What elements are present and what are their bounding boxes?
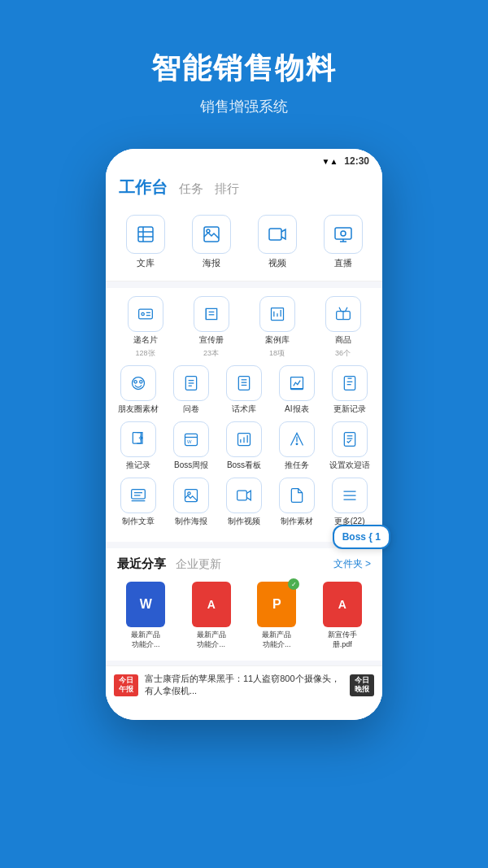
make-material-icon xyxy=(279,478,315,513)
quick-icons-row: 文库 海报 xyxy=(106,207,382,281)
file-card-3[interactable]: P ✓ 最新产品功能介... xyxy=(248,582,306,649)
video-label: 视频 xyxy=(268,257,286,269)
file-name-2: 最新产品功能介... xyxy=(197,630,226,649)
pushlog-label: 推记录 xyxy=(126,460,150,471)
file-icon-pdf2: A xyxy=(323,582,362,627)
svg-rect-11 xyxy=(138,309,152,319)
svg-rect-31 xyxy=(238,377,249,390)
make-article-icon xyxy=(120,478,156,513)
svg-rect-60 xyxy=(237,491,247,500)
grid-item-moments[interactable]: 朋友圈素材 xyxy=(112,365,165,415)
file-card-4[interactable]: A 新宣传手册.pdf xyxy=(314,582,372,649)
grid-item-make-article[interactable]: 制作文章 xyxy=(112,478,165,527)
make-material-label: 制作素材 xyxy=(281,516,313,527)
file-icon-pdf1: A xyxy=(192,582,231,627)
live-label: 直播 xyxy=(334,257,352,269)
file-check-icon: ✓ xyxy=(288,578,299,590)
boss-badge[interactable]: Boss { 1 xyxy=(333,525,390,549)
make-article-label: 制作文章 xyxy=(122,516,155,527)
grid-item-make-poster[interactable]: 制作海报 xyxy=(165,478,218,527)
make-video-label: 制作视频 xyxy=(228,516,260,527)
grid-item-aireport[interactable]: AI报表 xyxy=(270,365,323,415)
grid-item-bossboard[interactable]: Boss看板 xyxy=(218,421,271,471)
grid-item-product[interactable]: 商品 36个 xyxy=(310,296,376,359)
section-tab-enterprise[interactable]: 企业更新 xyxy=(176,557,221,572)
poster-label: 海报 xyxy=(203,257,220,269)
bossweek-label: Boss周报 xyxy=(174,460,208,471)
nav-item-ranking[interactable]: 排行 xyxy=(215,181,239,197)
updatelog-icon xyxy=(332,365,368,401)
quick-icon-video[interactable]: 视频 xyxy=(244,215,310,269)
svg-point-10 xyxy=(341,231,346,236)
status-icons: ▼▲ xyxy=(322,157,338,166)
product-label: 商品 xyxy=(335,334,351,346)
caselib-icon xyxy=(259,296,295,332)
quick-icon-library[interactable]: 文库 xyxy=(112,215,178,269)
file-card-2[interactable]: A 最新产品功能介... xyxy=(183,582,241,649)
grid-item-updatelog[interactable]: 更新记录 xyxy=(323,365,376,415)
aireport-icon xyxy=(279,365,315,401)
grid-item-make-material[interactable]: 制作素材 xyxy=(270,478,323,527)
grid-item-more[interactable]: 更多(22) xyxy=(323,478,376,527)
nav-title[interactable]: 工作台 xyxy=(119,177,168,198)
grid-item-brochure[interactable]: 宣传册 23本 xyxy=(178,296,244,359)
grid-item-welcome[interactable]: 设置欢迎语 xyxy=(323,421,376,471)
grid-item-pushlog[interactable]: 推记录 xyxy=(112,421,165,471)
brochure-icon xyxy=(194,296,229,332)
section-folder-link[interactable]: 文件夹 > xyxy=(333,557,371,571)
section-tab-recent[interactable]: 最近分享 xyxy=(117,556,166,572)
svg-rect-7 xyxy=(335,228,351,239)
news-text: 富士康背后的苹果黑手：11人盗窃800个摄像头，有人拿假机... xyxy=(145,673,343,697)
moments-label: 朋友圈素材 xyxy=(118,403,159,415)
namecard-sub: 128张 xyxy=(135,348,155,359)
quick-icon-poster[interactable]: 海报 xyxy=(178,215,244,269)
file-name-3: 最新产品功能介... xyxy=(262,630,291,649)
grid-item-survey[interactable]: 问卷 xyxy=(165,365,218,415)
caselib-sub: 18项 xyxy=(269,348,285,359)
library-label: 文库 xyxy=(137,257,155,269)
svg-point-50 xyxy=(296,443,298,445)
scripts-label: 话术库 xyxy=(232,403,256,415)
pushtask-icon xyxy=(279,421,315,457)
welcome-label: 设置欢迎语 xyxy=(329,460,370,471)
news-bar[interactable]: 今日午报 富士康背后的苹果黑手：11人盗窃800个摄像头，有人拿假机... 今日… xyxy=(106,665,382,704)
library-icon xyxy=(126,215,165,254)
bossweek-icon: W xyxy=(173,421,209,457)
more-icon xyxy=(332,478,368,513)
live-icon xyxy=(324,215,363,254)
svg-text:W: W xyxy=(187,439,192,444)
phone-mockup: ▼▲ 12:30 工作台 任务 排行 xyxy=(106,149,382,720)
pushtask-label: 推任务 xyxy=(285,460,309,471)
brochure-sub: 23本 xyxy=(203,348,219,359)
moments-icon xyxy=(120,365,156,401)
product-sub: 36个 xyxy=(335,348,351,359)
svg-point-59 xyxy=(188,492,190,495)
nav-item-tasks[interactable]: 任务 xyxy=(179,181,203,197)
bossboard-label: Boss看板 xyxy=(227,460,261,471)
grid-row-2: 朋友圈素材 问卷 xyxy=(112,365,376,415)
wifi-icon: ▼▲ xyxy=(322,157,338,166)
file-name-4: 新宣传手册.pdf xyxy=(328,630,357,649)
scripts-icon xyxy=(226,365,262,401)
grid-item-pushtask[interactable]: 推任务 xyxy=(270,421,323,471)
make-video-icon xyxy=(226,478,262,513)
poster-icon xyxy=(192,215,231,254)
grid-row-3: 推记录 W Boss周报 xyxy=(112,421,376,471)
video-icon xyxy=(258,215,297,254)
make-poster-label: 制作海报 xyxy=(175,516,207,527)
app-header: 智能销售物料 销售增强系统 xyxy=(0,0,488,141)
bossboard-icon xyxy=(226,421,262,457)
grid-item-make-video[interactable]: 制作视频 xyxy=(218,478,271,527)
quick-icon-live[interactable]: 直播 xyxy=(310,215,376,269)
make-poster-icon xyxy=(173,478,209,513)
file-card-1[interactable]: W 最新产品功能介... xyxy=(117,582,175,649)
grid-item-scripts[interactable]: 话术库 xyxy=(218,365,271,415)
svg-point-26 xyxy=(140,381,142,383)
survey-label: 问卷 xyxy=(183,403,199,415)
section-header: 最近分享 企业更新 文件夹 > xyxy=(106,548,382,577)
grid-item-namecard[interactable]: 递名片 128张 xyxy=(112,296,178,359)
file-name-1: 最新产品功能介... xyxy=(131,630,160,649)
grid-section-1: 递名片 128张 宣传册 23本 xyxy=(106,288,382,542)
grid-item-caselib[interactable]: 案例库 18项 xyxy=(244,296,310,359)
grid-item-bossweek[interactable]: W Boss周报 xyxy=(165,421,218,471)
